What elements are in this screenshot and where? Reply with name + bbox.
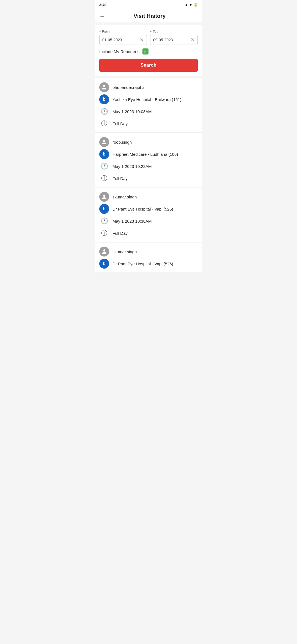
date-row: * From : 01-05-2023 ✕ * To : 09-05-2023 … [99,29,198,45]
status-bar: 3:40 ▲ ▾ 🔋 [95,0,202,10]
time-row: 🕐 May 1 2023 10:38AM [99,216,198,226]
to-date-field: * To : 09-05-2023 ✕ [150,29,198,45]
user-row: bhupender.rajbhar [99,82,198,92]
info-icon: ⓘ [99,173,109,183]
hospital-name: Dr Pant Eye Hospital - Vapi (525) [112,261,173,266]
include-reportees-row: Include My Reportees ✓ [99,48,198,55]
visit-time: May 1 2023 10:08AM [112,109,152,114]
to-required-star: * [150,29,152,34]
hospital-b-icon: b [99,149,109,159]
user-name: bhupender.rajbhar [112,85,146,90]
status-time: 3:40 [99,3,106,7]
hospital-name: Dr Pant Eye Hospital - Vapi (525) [112,207,173,211]
type-row: ⓘ Full Day [99,119,198,129]
search-button[interactable]: Search [99,59,198,72]
visit-time: May 1 2023 10:22AM [112,164,152,169]
hospital-name: Yashika Eye Hospital - Bhilwara (151) [112,97,182,102]
wifi-icon: ▾ [190,3,192,7]
visit-card: skumar.singh b Dr Pant Eye Hospital - Va… [95,243,202,273]
to-date-input-wrapper[interactable]: 09-05-2023 ✕ [150,35,198,45]
status-icons: ▲ ▾ 🔋 [185,3,198,7]
results-list: bhupender.rajbhar b Yashika Eye Hospital… [95,78,202,273]
battery-icon: 🔋 [193,3,198,7]
time-row: 🕐 May 1 2023 10:22AM [99,161,198,171]
info-icon: ⓘ [99,119,109,129]
include-reportees-checkbox[interactable]: ✓ [142,48,149,55]
from-date-label: * From : [99,29,147,34]
user-name: skumar.singh [112,195,137,199]
clock-icon: 🕐 [99,107,109,116]
from-date-field: * From : 01-05-2023 ✕ [99,29,147,45]
user-name: roop.singh [112,140,132,144]
user-row: skumar.singh [99,192,198,202]
visit-type: Full Day [112,176,128,181]
user-row: skumar.singh [99,247,198,256]
time-row: 🕐 May 1 2023 10:08AM [99,107,198,116]
hospital-b-icon: b [99,94,109,104]
from-required-star: * [99,29,101,34]
clock-icon: 🕐 [99,216,109,226]
from-date-value: 01-05-2023 [102,38,140,42]
visit-time: May 1 2023 10:38AM [112,219,152,223]
to-date-label: * To : [150,29,198,34]
person-svg [101,249,107,254]
to-date-value: 09-05-2023 [153,38,191,42]
person-svg [101,194,107,200]
to-date-clear-icon[interactable]: ✕ [191,37,195,42]
hospital-row: b Dr Pant Eye Hospital - Vapi (525) [99,204,198,214]
info-icon: ⓘ [99,228,109,238]
user-icon [99,247,109,256]
hospital-b-icon: b [99,204,109,214]
visit-card: bhupender.rajbhar b Yashika Eye Hospital… [95,78,202,133]
user-name: skumar.singh [112,249,137,254]
type-row: ⓘ Full Day [99,173,198,183]
back-button[interactable]: ← [99,13,105,19]
visit-type: Full Day [112,231,128,236]
hospital-row: b Dr Pant Eye Hospital - Vapi (525) [99,259,198,269]
hospital-row: b Yashika Eye Hospital - Bhilwara (151) [99,94,198,104]
person-svg [101,84,107,90]
type-row: ⓘ Full Day [99,228,198,238]
user-row: roop.singh [99,137,198,147]
user-icon [99,82,109,92]
person-svg [101,139,107,145]
visit-type: Full Day [112,121,128,126]
hospital-b-icon: b [99,259,109,269]
checkbox-checked-indicator: ✓ [142,48,148,54]
user-icon [99,137,109,147]
visit-card: skumar.singh b Dr Pant Eye Hospital - Va… [95,188,202,242]
hospital-name: Harpreet Medicare - Ludhiana (106) [112,152,178,157]
hospital-row: b Harpreet Medicare - Ludhiana (106) [99,149,198,159]
visit-card: roop.singh b Harpreet Medicare - Ludhian… [95,133,202,187]
to-label-text: To : [153,30,158,34]
page-title: Visit History [110,13,198,19]
from-date-clear-icon[interactable]: ✕ [140,37,144,42]
clock-icon: 🕐 [99,161,109,171]
include-reportees-label: Include My Reportees [99,49,139,54]
app-header: ← Visit History [95,10,202,23]
from-date-input-wrapper[interactable]: 01-05-2023 ✕ [99,35,147,45]
from-label-text: From : [102,30,111,34]
filter-section: * From : 01-05-2023 ✕ * To : 09-05-2023 … [95,25,202,76]
signal-icon: ▲ [185,3,188,7]
user-icon [99,192,109,202]
